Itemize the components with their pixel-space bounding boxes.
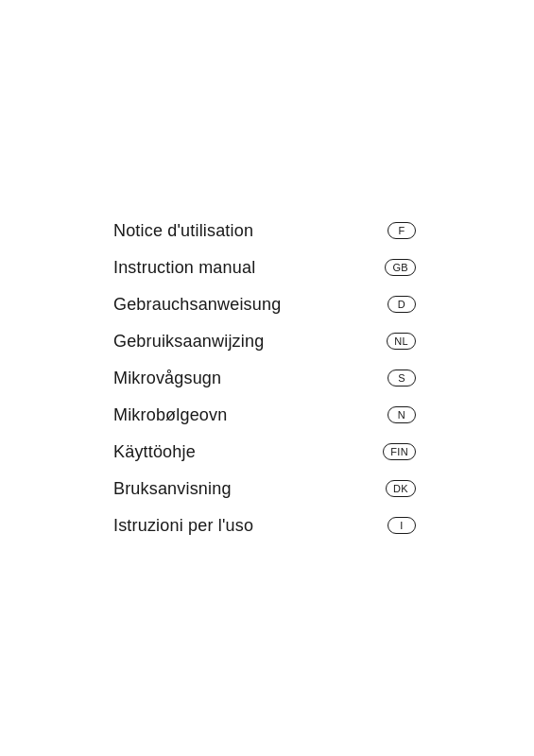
list-item: GebruiksaanwijzingNL	[113, 323, 416, 360]
manual-item-label: Istruzioni per l'uso	[113, 516, 253, 536]
list-item: Notice d'utilisationF	[113, 213, 416, 249]
list-item: Istruzioni per l'usoI	[113, 507, 416, 544]
language-badge: S	[388, 369, 416, 387]
language-badge: NL	[387, 333, 416, 350]
list-item: BruksanvisningDK	[113, 471, 416, 507]
list-item: GebrauchsanweisungD	[113, 286, 416, 323]
language-badge: I	[388, 517, 416, 534]
language-badge: D	[388, 296, 416, 313]
manual-item-label: Mikrovågsugn	[113, 369, 221, 388]
manual-list: Notice d'utilisationFInstruction manualG…	[113, 213, 534, 544]
manual-item-label: Käyttöohje	[113, 442, 196, 462]
manual-item-label: Gebrauchsanweisung	[113, 295, 281, 315]
manual-item-label: Mikrobølgeovn	[113, 405, 227, 425]
language-badge: GB	[385, 259, 416, 276]
language-badge: F	[388, 222, 416, 239]
manual-item-label: Gebruiksaanwijzing	[113, 332, 264, 352]
page-container: Notice d'utilisationFInstruction manualG…	[0, 0, 534, 756]
list-item: MikrobølgeovnN	[113, 397, 416, 434]
language-badge: N	[388, 406, 416, 423]
list-item: KäyttöohjeFIN	[113, 434, 416, 471]
language-badge: FIN	[383, 443, 416, 460]
manual-item-label: Bruksanvisning	[113, 479, 232, 499]
list-item: Instruction manualGB	[113, 249, 416, 286]
manual-item-label: Instruction manual	[113, 258, 255, 278]
language-badge: DK	[386, 480, 416, 497]
list-item: MikrovågsugnS	[113, 360, 416, 397]
manual-item-label: Notice d'utilisation	[113, 221, 253, 241]
